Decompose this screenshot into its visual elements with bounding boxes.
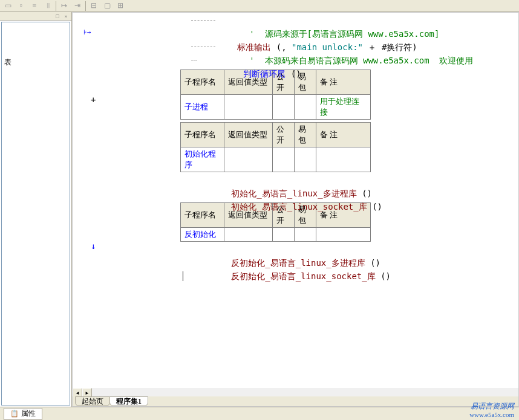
cell-pub[interactable] xyxy=(273,228,295,242)
tab-program-set[interactable]: 程序集1 xyxy=(109,396,148,406)
th-note: 备 注 xyxy=(316,70,371,95)
properties-icon: 📋 xyxy=(10,410,19,418)
cell-pkg[interactable] xyxy=(295,228,316,242)
watermark: 易语言资源网 www.e5a5x.com xyxy=(469,402,514,419)
code-comment: ' 源码来源于[易语言源码网 www.e5a5x.com] xyxy=(249,29,439,39)
code-const: #换行符 xyxy=(382,42,412,52)
properties-label: 属性 xyxy=(21,409,36,419)
cell-note[interactable] xyxy=(316,147,371,172)
sidebar-item[interactable]: 表 xyxy=(2,22,70,69)
cell-ret[interactable] xyxy=(224,95,273,120)
gutter-arrow-icon: ↓ xyxy=(91,241,96,251)
sidebar-pin-icon[interactable]: □ xyxy=(53,13,62,19)
toolbar-sep-2 xyxy=(85,1,86,11)
gutter-plus-icon[interactable]: + xyxy=(91,95,96,105)
cell-pkg[interactable] xyxy=(295,95,316,120)
toolbar-btn-2[interactable]: ▫ xyxy=(15,1,28,11)
cell-name[interactable]: 反初始化 xyxy=(181,228,224,242)
code-paren: () xyxy=(365,258,380,268)
code-func-call: 标准输出 xyxy=(237,42,271,52)
th-name: 子程序名 xyxy=(181,123,224,147)
bottom-bar: 📋 属性 xyxy=(0,407,519,420)
toolbar-btn-5[interactable]: ↦ xyxy=(57,1,71,11)
code-paren: ) xyxy=(412,42,417,52)
sidebar-panel: □ × 表 xyxy=(0,12,72,407)
toolbar-btn-1[interactable]: ▭ xyxy=(1,1,15,11)
cell-ret[interactable] xyxy=(224,147,273,172)
properties-tab[interactable]: 📋 属性 xyxy=(4,408,42,420)
cell-name[interactable]: 子进程 xyxy=(181,95,224,120)
tab-start-page[interactable]: 起始页 xyxy=(75,396,110,406)
cell-pkg[interactable] xyxy=(295,147,316,172)
watermark-title: 易语言资源网 xyxy=(469,402,514,410)
cell-note[interactable]: 用于处理连接 xyxy=(316,95,371,120)
code-func-call: 初始化_易语言_linux_多进程库 xyxy=(231,189,356,198)
toolbar: ▭ ▫ ≡ ⫴ ↦ ⇥ ⊟ ▢ ⊞ xyxy=(0,0,519,12)
code-paren: () xyxy=(357,189,372,198)
th-pkg: 易包 xyxy=(295,123,316,147)
branch-icon: ⊦→ xyxy=(83,28,91,36)
editor-gutter: ⊦→ + ↓ xyxy=(73,13,102,388)
toolbar-btn-6[interactable]: ⇥ xyxy=(71,1,84,11)
cell-note[interactable] xyxy=(316,228,371,242)
code-paren: () xyxy=(367,202,382,212)
sidebar-header: □ × xyxy=(0,12,71,21)
toolbar-btn-9[interactable]: ⊞ xyxy=(114,1,127,11)
sidebar-content: 表 xyxy=(1,22,70,405)
toolbar-sep-1 xyxy=(56,1,56,11)
code-comment: ' 本源码来自易语言源码网 www.e5a5x.com 欢迎使用 xyxy=(249,56,473,65)
cell-pub[interactable] xyxy=(273,147,295,172)
code-op: ＋ xyxy=(363,42,382,52)
toolbar-btn-8[interactable]: ▢ xyxy=(100,1,114,11)
th-note: 备 注 xyxy=(316,123,371,147)
table-row[interactable]: 初始化程序 xyxy=(181,147,371,172)
code-func-call: 反初始化_易语言_linux_socket_库 xyxy=(231,271,375,281)
sidebar-close-icon[interactable]: × xyxy=(62,13,70,19)
th-pub: 公开 xyxy=(273,123,295,147)
cell-pub[interactable] xyxy=(273,95,295,120)
watermark-url: www.e5a5x.com xyxy=(469,410,514,419)
code-paren: ( xyxy=(271,42,281,52)
code-editor: ⊦→ + ↓ ' 源码来源于[易语言源码网 www.e5a5x.com] 标准输… xyxy=(72,12,519,407)
code-paren: () xyxy=(376,271,391,281)
text-cursor xyxy=(183,271,183,281)
table-row[interactable]: 子进程 用于处理连接 xyxy=(181,95,371,120)
code-string: "main unlock:" xyxy=(292,42,363,52)
cell-ret[interactable] xyxy=(224,228,273,242)
subroutine-table-2[interactable]: 子程序名 返回值类型 公开 易包 备 注 初始化程序 xyxy=(180,122,371,172)
th-ret: 返回值类型 xyxy=(224,123,273,147)
editor-tabs: 起始页 程序集1 xyxy=(73,396,518,406)
code-area[interactable]: ' 源码来源于[易语言源码网 www.e5a5x.com] 标准输出 (, "m… xyxy=(102,13,518,283)
toolbar-btn-3[interactable]: ≡ xyxy=(28,1,41,11)
cell-name[interactable]: 初始化程序 xyxy=(181,147,224,172)
toolbar-btn-7[interactable]: ⊟ xyxy=(87,1,100,11)
table-row[interactable]: 反初始化 xyxy=(181,228,371,242)
code-comma: , xyxy=(281,42,292,52)
toolbar-btn-4[interactable]: ⫴ xyxy=(41,1,54,11)
code-func-call: 反初始化_易语言_linux_多进程库 xyxy=(231,258,365,268)
